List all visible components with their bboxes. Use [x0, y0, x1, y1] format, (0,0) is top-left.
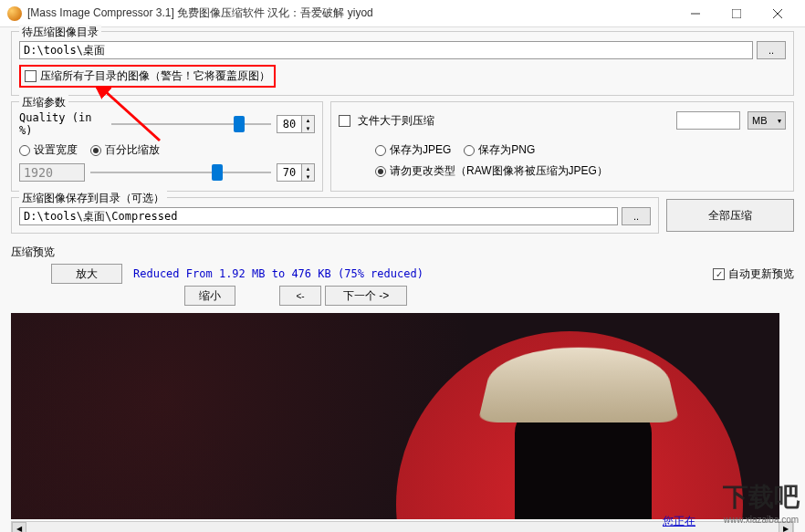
zoom-out-button[interactable]: 缩小: [184, 286, 235, 306]
app-icon: [7, 6, 22, 21]
svg-rect-1: [732, 9, 741, 18]
unit-select[interactable]: MB: [748, 111, 786, 130]
compress-all-button[interactable]: 全部压缩: [666, 199, 794, 232]
source-group: 待压缩图像目录 .. 压缩所有子目录的图像（警告！它将覆盖原图）: [11, 31, 794, 96]
percent-radio[interactable]: 百分比缩放: [90, 142, 160, 158]
maximize-button[interactable]: [716, 0, 757, 27]
width-input[interactable]: [19, 163, 85, 182]
scale-slider[interactable]: [90, 162, 271, 183]
zoom-in-button[interactable]: 放大: [51, 264, 122, 284]
no-change-radio[interactable]: 请勿更改类型（RAW图像将被压缩为JPEG）: [375, 163, 608, 179]
watermark: 下载吧 www.xiazaiba.com: [723, 480, 800, 525]
quality-up[interactable]: ▲: [302, 116, 314, 124]
window-title: [Mass Image Compressor 3.1] 免费图像压缩软件 汉化：…: [27, 5, 674, 21]
close-button[interactable]: [757, 0, 798, 27]
preview-section: 压缩预览 放大 Reduced From 1.92 MB to 476 KB (…: [11, 245, 794, 532]
format-group: 文件大于则压缩 MB 保存为JPEG 保存为PNG 请勿更改类型（RAW图像将被…: [330, 101, 794, 192]
status-link[interactable]: 您正在: [663, 514, 695, 529]
preview-legend: 压缩预览: [11, 245, 794, 260]
quality-label: Quality (in %): [19, 111, 106, 137]
scale-input[interactable]: 70 ▲▼: [277, 163, 315, 182]
minsize-label: 文件大于则压缩: [358, 113, 434, 129]
download-icon: 下载吧: [723, 480, 800, 515]
width-radio[interactable]: 设置宽度: [19, 142, 78, 158]
params-legend: 压缩参数: [19, 95, 68, 110]
browse-output-button[interactable]: ..: [622, 207, 651, 225]
output-legend: 压缩图像保存到目录（可选）: [19, 191, 167, 206]
subdirs-label: 压缩所有子目录的图像（警告！它将覆盖原图）: [40, 68, 270, 84]
scale-down[interactable]: ▼: [302, 172, 314, 181]
output-group: 压缩图像保存到目录（可选） ..: [11, 197, 659, 234]
minsize-input[interactable]: [676, 111, 740, 130]
auto-refresh-checkbox[interactable]: [713, 268, 725, 280]
preview-image: [11, 313, 779, 519]
source-legend: 待压缩图像目录: [19, 25, 101, 40]
reduced-text: Reduced From 1.92 MB to 476 KB (75% redu…: [133, 267, 423, 280]
source-path-input[interactable]: [19, 41, 753, 59]
subdirs-highlight: 压缩所有子目录的图像（警告！它将覆盖原图）: [19, 65, 276, 88]
scroll-left-button[interactable]: ◀: [12, 522, 26, 532]
scale-up[interactable]: ▲: [302, 164, 314, 172]
quality-down[interactable]: ▼: [302, 124, 314, 132]
output-path-input[interactable]: [19, 207, 618, 225]
subdirs-checkbox[interactable]: [25, 70, 37, 82]
auto-refresh-label: 自动更新预览: [728, 266, 794, 282]
prev-image-button[interactable]: <-: [279, 286, 321, 306]
params-group: 压缩参数 Quality (in %) 80 ▲▼ 设置宽度 百分比缩放: [11, 101, 323, 192]
next-image-button[interactable]: 下一个 ->: [325, 286, 407, 306]
save-jpeg-radio[interactable]: 保存为JPEG: [375, 142, 451, 158]
minsize-checkbox[interactable]: [339, 115, 350, 127]
quality-input[interactable]: 80 ▲▼: [277, 115, 315, 133]
minimize-button[interactable]: [674, 0, 716, 27]
browse-source-button[interactable]: ..: [757, 41, 786, 59]
quality-slider[interactable]: [111, 113, 271, 135]
titlebar: [Mass Image Compressor 3.1] 免费图像压缩软件 汉化：…: [0, 0, 805, 27]
save-png-radio[interactable]: 保存为PNG: [464, 142, 535, 158]
